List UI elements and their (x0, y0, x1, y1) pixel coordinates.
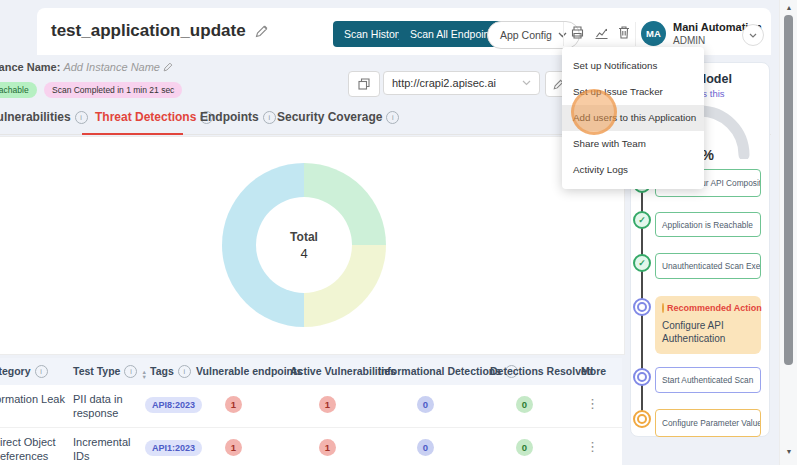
user-role: ADMIN (673, 35, 705, 46)
app-root: test_application_update Scan History Sca… (0, 0, 797, 465)
informational-detections-count: 0 (417, 439, 434, 456)
edit-instance-icon[interactable] (163, 62, 173, 72)
info-icon[interactable]: i (35, 365, 48, 378)
instance-name-row[interactable]: Instance Name: Add Instance Name (0, 61, 173, 73)
step-configure-parameter-values[interactable]: Configure Parameter Values (655, 409, 761, 437)
info-icon[interactable]: i (75, 111, 88, 124)
click-indicator (571, 89, 617, 135)
tab-endpoints[interactable]: Endpointsi (200, 110, 276, 124)
step-pending-icon (633, 298, 651, 316)
donut-total-label: Total (290, 230, 318, 244)
table-header: Categoryi Test Typei▲▼ Tagsi Vulnerable … (0, 358, 622, 385)
user-menu-chevron[interactable] (742, 24, 764, 46)
copy-url-button[interactable] (348, 71, 380, 97)
col-more[interactable]: More (581, 365, 606, 377)
instance-name-label: Instance Name: (0, 61, 60, 73)
menu-item-set-up-notifications[interactable]: Set up Notifications (562, 53, 704, 79)
info-icon[interactable]: i (263, 111, 276, 124)
info-icon[interactable]: i (178, 365, 191, 378)
cell-test-type: PII data in response (73, 392, 137, 420)
chevron-down-icon (522, 80, 531, 86)
page-scrollbar[interactable]: ▲ ▼ (779, 0, 797, 465)
step-pending-icon (633, 368, 651, 386)
active-tab-underline (82, 133, 183, 135)
divider (563, 22, 564, 46)
divider (635, 22, 636, 46)
cell-test-type: Incremental IDs (73, 435, 137, 463)
reachable-badge: Reachable (0, 82, 37, 98)
table-row[interactable]: Information Leak PII data in response AP… (0, 385, 622, 428)
tag-badge[interactable]: API8:2023 (145, 397, 202, 413)
chevron-down-icon (749, 33, 757, 38)
scan-completed-badge: Scan Completed in 1 min 21 sec (44, 82, 182, 98)
step-configure-api-auth[interactable]: Recommended Action Configure API Authent… (655, 296, 761, 354)
donut-center: Total 4 (256, 197, 352, 293)
col-detections-resolved[interactable]: Detections Resolved (490, 365, 593, 377)
donut-chart[interactable]: Total 4 (222, 163, 386, 327)
info-icon[interactable]: i (386, 111, 399, 124)
analytics-chart-icon[interactable] (594, 25, 609, 40)
step-start-authenticated-scan[interactable]: Start Authenticated Scan (655, 367, 761, 393)
active-vulnerabilities-count: 1 (319, 439, 336, 456)
vulnerable-endpoints-count: 1 (225, 439, 242, 456)
app-config-label: App Config (500, 29, 552, 41)
tag-badge[interactable]: API1:2023 (145, 440, 202, 456)
print-icon[interactable] (570, 25, 585, 40)
sort-icon[interactable]: ▲▼ (141, 370, 146, 380)
threat-detections-chart-card: Total 4 (0, 136, 625, 355)
step-unauthenticated-scan[interactable]: Unauthenticated Scan Exe... (655, 253, 761, 279)
recommended-action-label: Recommended Action (662, 303, 754, 313)
step-done-icon: ✓ (633, 254, 651, 272)
recommended-action-text: Configure API Authentication (662, 319, 754, 345)
instance-name-placeholder[interactable]: Add Instance Name (63, 61, 160, 73)
step-upcoming-icon (633, 410, 651, 428)
cell-category: Direct Object References (0, 435, 74, 463)
copy-icon (358, 78, 370, 90)
endpoint-url-value: http://crapi2.apisec.ai (392, 77, 496, 89)
scroll-down-icon[interactable]: ▼ (780, 448, 797, 455)
cell-category: Information Leak (0, 392, 65, 406)
scrollbar-thumb[interactable] (784, 15, 793, 365)
step-application-reachable[interactable]: Application is Reachable (655, 212, 761, 237)
page-title: test_application_update (51, 21, 246, 41)
clock-icon (662, 303, 664, 313)
col-category[interactable]: Categoryi (0, 365, 48, 378)
vulnerable-endpoints-count: 1 (225, 396, 242, 413)
tab-security-coverage[interactable]: Security Coveragei (277, 110, 399, 124)
app-config-button[interactable]: App Config (487, 21, 580, 49)
scroll-up-icon[interactable]: ▲ (780, 4, 797, 11)
trash-icon[interactable] (617, 25, 632, 40)
edit-title-icon[interactable] (255, 25, 268, 38)
informational-detections-count: 0 (417, 396, 434, 413)
menu-item-activity-logs[interactable]: Activity Logs (562, 157, 704, 183)
donut-total-value: 4 (300, 246, 307, 261)
detections-resolved-count: 0 (516, 396, 533, 413)
row-more-icon[interactable]: ⋮ (586, 439, 599, 454)
endpoint-url-select[interactable]: http://crapi2.apisec.ai (383, 71, 540, 95)
table-row[interactable]: Direct Object References Incremental IDs… (0, 428, 622, 465)
info-icon[interactable]: i (124, 365, 137, 378)
col-tags[interactable]: Tagsi (150, 365, 191, 378)
menu-item-share-with-team[interactable]: Share with Team (562, 131, 704, 157)
tab-threat-detections[interactable]: Threat Detectionsi (95, 110, 213, 124)
col-vulnerable-endpoints[interactable]: Vulnerable endpoints (196, 365, 302, 377)
detections-resolved-count: 0 (516, 439, 533, 456)
step-done-icon: ✓ (633, 211, 651, 229)
col-test-type[interactable]: Test Typei▲▼ (73, 365, 147, 380)
active-vulnerabilities-count: 1 (319, 396, 336, 413)
tab-vulnerabilities[interactable]: Vulnerabilitiesi (0, 110, 88, 124)
row-more-icon[interactable]: ⋮ (586, 396, 599, 411)
avatar[interactable]: MA (641, 21, 666, 46)
